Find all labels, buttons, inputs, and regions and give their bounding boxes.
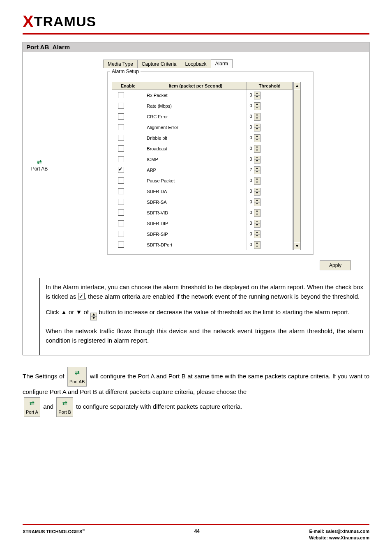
- spinner-down-icon[interactable]: ▼: [254, 149, 260, 152]
- apply-button[interactable]: Apply: [320, 260, 351, 270]
- port-icon: ⇄: [62, 398, 67, 408]
- table-row: SDFR-SIP0▲▼: [112, 229, 293, 240]
- threshold-spinner[interactable]: ▲▼: [254, 102, 261, 110]
- tab-alarm[interactable]: Alarm: [211, 59, 233, 68]
- tab-capture-criteria[interactable]: Capture Criteria: [137, 60, 181, 68]
- spinner-down-icon[interactable]: ▼: [254, 160, 260, 163]
- threshold-cell: 0▲▼: [247, 90, 293, 101]
- item-cell: SDFR-SA: [144, 197, 247, 207]
- spinner-down-icon[interactable]: ▼: [254, 138, 260, 142]
- threshold-spinner[interactable]: ▲▼: [254, 209, 261, 217]
- alarm-description: In the Alarm interface, you can choose t…: [40, 278, 369, 355]
- enable-checkbox[interactable]: [118, 231, 124, 237]
- enable-checkbox[interactable]: [118, 188, 124, 194]
- alarm-table-scrollbar[interactable]: ▲ ▼: [293, 82, 301, 250]
- enable-cell: [112, 143, 144, 154]
- table-row: SDFR-DA0▲▼: [112, 186, 293, 197]
- enable-checkbox[interactable]: [118, 145, 124, 152]
- spinner-down-icon[interactable]: ▼: [254, 170, 260, 174]
- threshold-spinner[interactable]: ▲▼: [254, 134, 261, 142]
- enable-cell: [112, 218, 144, 229]
- enable-checkbox[interactable]: [118, 177, 124, 184]
- enable-checkbox[interactable]: [118, 103, 124, 109]
- threshold-cell: 0▲▼: [247, 197, 293, 207]
- enable-checkbox[interactable]: [118, 135, 124, 141]
- enable-checkbox[interactable]: [118, 220, 124, 226]
- spinner-down-icon[interactable]: ▼: [254, 213, 260, 216]
- threshold-spinner[interactable]: ▲▼: [254, 124, 261, 131]
- enable-cell: [112, 90, 144, 101]
- threshold-cell: 0▲▼: [247, 143, 293, 154]
- enable-checkbox[interactable]: [118, 124, 124, 130]
- threshold-spinner[interactable]: ▲▼: [254, 188, 261, 196]
- enable-cell: [112, 175, 144, 186]
- footer-rule: [23, 524, 369, 525]
- table-row: Dribble bit0▲▼: [112, 133, 293, 143]
- port-icon: ⇄: [30, 398, 35, 408]
- threshold-spinner[interactable]: ▲▼: [254, 198, 261, 206]
- enable-checkbox[interactable]: [118, 156, 124, 162]
- enable-cell: [112, 186, 144, 197]
- tab-loopback[interactable]: Loopback: [181, 60, 211, 68]
- spin-down-icon: ▼: [91, 317, 97, 320]
- port-ab-label: Port AB: [31, 166, 48, 172]
- enable-cell: [112, 111, 144, 122]
- threshold-cell: 0▲▼: [247, 175, 293, 186]
- threshold-spinner[interactable]: ▲▼: [254, 220, 261, 228]
- table-row: Rate (Mbps)0▲▼: [112, 101, 293, 111]
- threshold-spinner[interactable]: ▲▼: [254, 113, 261, 121]
- enable-checkbox[interactable]: [118, 167, 124, 173]
- body-s1: The Settings of: [23, 373, 66, 380]
- threshold-spinner[interactable]: ▲▼: [254, 230, 261, 238]
- spinner-down-icon[interactable]: ▼: [254, 245, 260, 249]
- brand-logo: XTRAMUS: [23, 12, 369, 31]
- threshold-value: 7: [249, 167, 252, 172]
- enable-checkbox[interactable]: [118, 199, 124, 205]
- threshold-cell: 0▲▼: [247, 122, 293, 133]
- port-icon: ⇄: [75, 368, 80, 378]
- col-item: Item (packet per Second): [144, 82, 247, 90]
- threshold-spinner[interactable]: ▲▼: [254, 145, 261, 153]
- table-row: Rx Packet0▲▼: [112, 90, 293, 101]
- spinner-down-icon[interactable]: ▼: [254, 224, 260, 227]
- desc-p2b: button to increase or decrease the value…: [97, 309, 350, 315]
- scroll-up-icon[interactable]: ▲: [294, 82, 300, 90]
- table-row: ICMP0▲▼: [112, 154, 293, 165]
- threshold-spinner[interactable]: ▲▼: [254, 177, 261, 185]
- threshold-spinner[interactable]: ▲▼: [254, 92, 261, 99]
- spinner-down-icon[interactable]: ▼: [254, 181, 260, 184]
- spinner-down-icon[interactable]: ▼: [254, 203, 260, 206]
- threshold-cell: 0▲▼: [247, 218, 293, 229]
- spinner-down-icon[interactable]: ▼: [254, 235, 260, 238]
- tab-media-type[interactable]: Media Type: [103, 60, 138, 68]
- enable-cell: [112, 207, 144, 218]
- enable-checkbox[interactable]: [118, 92, 124, 98]
- enable-checkbox[interactable]: [118, 113, 124, 120]
- spinner-down-icon[interactable]: ▼: [254, 106, 260, 110]
- threshold-spinner[interactable]: ▲▼: [254, 156, 261, 164]
- tab-strip: Media Type Capture Criteria Loopback Ala…: [103, 59, 243, 68]
- body-s4: to configure separately with different p…: [76, 403, 242, 410]
- spinner-down-icon[interactable]: ▼: [254, 96, 260, 99]
- enable-cell: [112, 165, 144, 175]
- table-row: Alignment Error0▲▼: [112, 122, 293, 133]
- table-row: CRC Error0▲▼: [112, 111, 293, 122]
- enable-cell: [112, 197, 144, 207]
- spinner-down-icon[interactable]: ▼: [254, 192, 260, 195]
- desc-p2a: Click ▲ or ▼ of: [46, 309, 90, 315]
- item-cell: ARP: [144, 165, 247, 175]
- spinner-down-icon[interactable]: ▼: [254, 117, 260, 120]
- threshold-value: 0: [249, 124, 252, 129]
- threshold-value: 0: [249, 178, 252, 183]
- footer-company: XTRAMUS TECHNOLOGIES®: [23, 528, 85, 534]
- enable-checkbox[interactable]: [118, 242, 124, 248]
- item-cell: SDFR-DIP: [144, 218, 247, 229]
- spinner-down-icon[interactable]: ▼: [254, 128, 260, 131]
- threshold-spinner[interactable]: ▲▼: [254, 166, 261, 174]
- scroll-down-icon[interactable]: ▼: [294, 242, 300, 250]
- item-cell: SDFR-SIP: [144, 229, 247, 240]
- enable-checkbox[interactable]: [118, 210, 124, 216]
- threshold-spinner[interactable]: ▲▼: [254, 241, 261, 249]
- threshold-cell: 0▲▼: [247, 154, 293, 165]
- enable-cell: [112, 154, 144, 165]
